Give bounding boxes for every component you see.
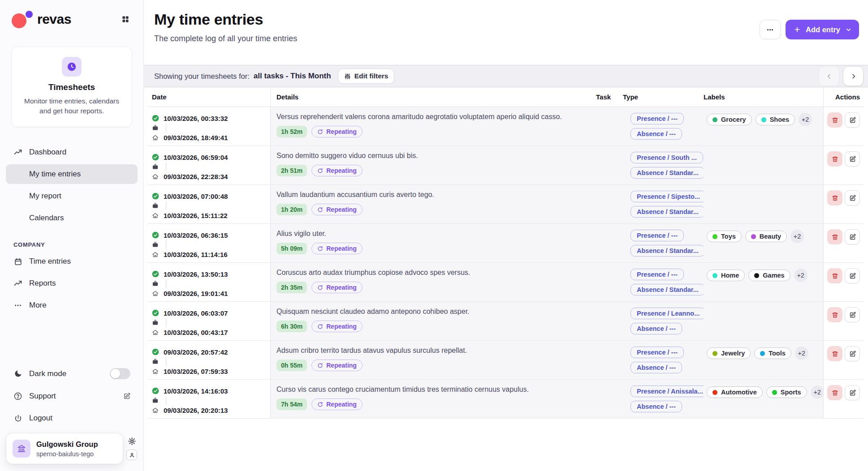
duration-badge: 2h 51m	[276, 165, 307, 176]
power-icon	[13, 413, 23, 423]
sidebar-item-company-time-entries[interactable]: Time entries	[6, 252, 138, 271]
repeating-label: Repeating	[326, 401, 357, 408]
delete-entry-button[interactable]	[827, 385, 842, 400]
delete-entry-button[interactable]	[827, 229, 842, 244]
repeating-label: Repeating	[326, 323, 357, 330]
check-circle-icon	[152, 309, 164, 317]
date-cell: 10/03/2026, 07:00:48 10/03/2026, 15:11:2…	[148, 185, 270, 223]
pencil-square-icon	[849, 273, 856, 279]
add-entry-button[interactable]: Add entry	[786, 20, 859, 39]
blank-icon	[13, 191, 23, 201]
edit-entry-button[interactable]	[845, 229, 860, 244]
edit-filters-label: Edit filters	[354, 72, 389, 80]
column-header-labels: Labels	[704, 93, 823, 101]
dark-mode-toggle[interactable]	[110, 368, 130, 379]
task-cell	[596, 107, 623, 146]
labels-overflow-badge: +2	[799, 113, 812, 126]
next-page-button[interactable]	[843, 66, 864, 86]
briefcase-icon	[152, 124, 164, 131]
date-cell: 10/03/2026, 06:03:07 10/03/2026, 00:43:1…	[148, 302, 270, 340]
home-icon	[152, 251, 164, 258]
sidebar-item-my-time-entries[interactable]: My time entries	[6, 164, 138, 184]
previous-page-button[interactable]	[819, 66, 839, 86]
briefcase-icon	[152, 358, 164, 365]
delete-entry-button[interactable]	[827, 151, 842, 167]
delete-entry-button[interactable]	[827, 307, 842, 322]
labels-overflow-badge: +2	[790, 230, 804, 243]
sidebar-item-dashboard[interactable]: Dashboard	[6, 142, 138, 162]
duration-badge: 2h 35m	[276, 282, 307, 293]
repeating-badge: Repeating	[311, 360, 363, 371]
workspace-settings-button[interactable]	[128, 437, 136, 445]
sidebar-nav: Dashboard My time entries My report Cale…	[0, 142, 143, 228]
date-cell: 10/03/2026, 00:33:32 09/03/2026, 18:49:4…	[148, 107, 270, 146]
sidebar-item-reports[interactable]: Reports	[6, 274, 138, 293]
labels-cell: JewelryTools+2	[704, 341, 823, 379]
sidebar-item-label: Calendars	[29, 214, 64, 223]
trending-up-icon	[13, 278, 23, 288]
date-cell: 10/03/2026, 06:59:04 09/03/2026, 22:28:3…	[148, 146, 270, 184]
labels-cell: HomeGames+2	[704, 263, 823, 301]
trash-icon	[832, 195, 838, 201]
label-pill: Automotive	[707, 386, 763, 398]
apps-grid-button[interactable]	[121, 15, 130, 24]
trash-icon	[832, 312, 838, 318]
company-nav: Time entries Reports More	[0, 252, 143, 315]
sidebar-item-my-report[interactable]: My report	[6, 186, 138, 206]
repeating-badge: Repeating	[311, 282, 363, 293]
sidebar-item-label: More	[29, 301, 47, 310]
pencil-square-icon	[849, 156, 856, 163]
workspace-card[interactable]: Gulgowski Group sperno-baiulus-tego	[6, 433, 123, 464]
edit-entry-button[interactable]	[845, 346, 860, 361]
edit-entry-button[interactable]	[845, 151, 860, 167]
home-icon	[152, 368, 164, 375]
entry-details-text: Curso vis carus contego cruciamentum tim…	[276, 385, 589, 394]
presence-type-badge: Presence / ---	[630, 269, 684, 280]
label-text: Grocery	[721, 116, 746, 123]
timeline-connector	[164, 396, 268, 405]
workspace-name: Gulgowski Group	[36, 440, 98, 449]
blank-icon	[13, 169, 23, 179]
delete-entry-button[interactable]	[827, 112, 842, 128]
edit-filters-button[interactable]: Edit filters	[338, 69, 395, 84]
edit-entry-button[interactable]	[845, 268, 860, 283]
entry-start-datetime: 10/03/2026, 14:16:03	[164, 387, 268, 395]
workspace-members-button[interactable]	[126, 450, 137, 460]
chevron-left-icon	[825, 73, 833, 80]
absence-type-badge: Absence / Standar...	[630, 206, 705, 218]
page-header: My time entries The complete log of all …	[144, 0, 868, 65]
entry-end-datetime: 10/03/2026, 15:11:22	[164, 212, 268, 219]
entry-start-datetime: 10/03/2026, 06:59:04	[164, 154, 268, 161]
repeating-label: Repeating	[326, 362, 357, 369]
date-cell: 10/03/2026, 13:50:13 09/03/2026, 19:01:4…	[148, 263, 270, 301]
more-options-button[interactable]	[760, 20, 781, 39]
table-row: 10/03/2026, 06:36:15 10/03/2026, 11:14:1…	[148, 224, 864, 263]
sidebar-item-label: Support	[29, 392, 56, 401]
label-pill: Sports	[766, 386, 807, 398]
entry-details-text: Alius vigilo uter.	[276, 230, 589, 238]
delete-entry-button[interactable]	[827, 190, 842, 206]
sidebar-item-support[interactable]: Support	[6, 386, 138, 406]
brand-name: revas	[37, 12, 71, 27]
filter-value: all tasks - This Month	[254, 72, 331, 81]
edit-entry-button[interactable]	[845, 112, 860, 128]
sidebar-item-logout[interactable]: Logout	[6, 408, 138, 428]
details-cell: Adsum cribro territo tardus atavus vapul…	[270, 341, 596, 379]
sidebar-item-more[interactable]: More	[6, 295, 138, 315]
entry-details-text: Adsum cribro territo tardus atavus vapul…	[276, 347, 589, 355]
edit-entry-button[interactable]	[845, 307, 860, 322]
sidebar-item-calendars[interactable]: Calendars	[6, 208, 138, 228]
details-cell: Coruscus arto audax triumphus copiose ad…	[270, 263, 596, 301]
type-cell: Presence / South ... Absence / Standar..…	[623, 146, 704, 184]
edit-entry-button[interactable]	[845, 190, 860, 206]
delete-entry-button[interactable]	[827, 346, 842, 361]
labels-overflow-badge: +2	[794, 269, 808, 282]
delete-entry-button[interactable]	[827, 268, 842, 283]
briefcase-icon	[152, 319, 164, 326]
time-entries-table: Date Details Task Type Labels Actions 10…	[148, 87, 864, 419]
edit-entry-button[interactable]	[845, 385, 860, 400]
label-color-dot	[751, 234, 756, 239]
sidebar-item-label: My report	[29, 192, 61, 201]
label-text: Games	[763, 272, 784, 279]
label-color-dot	[713, 351, 717, 356]
